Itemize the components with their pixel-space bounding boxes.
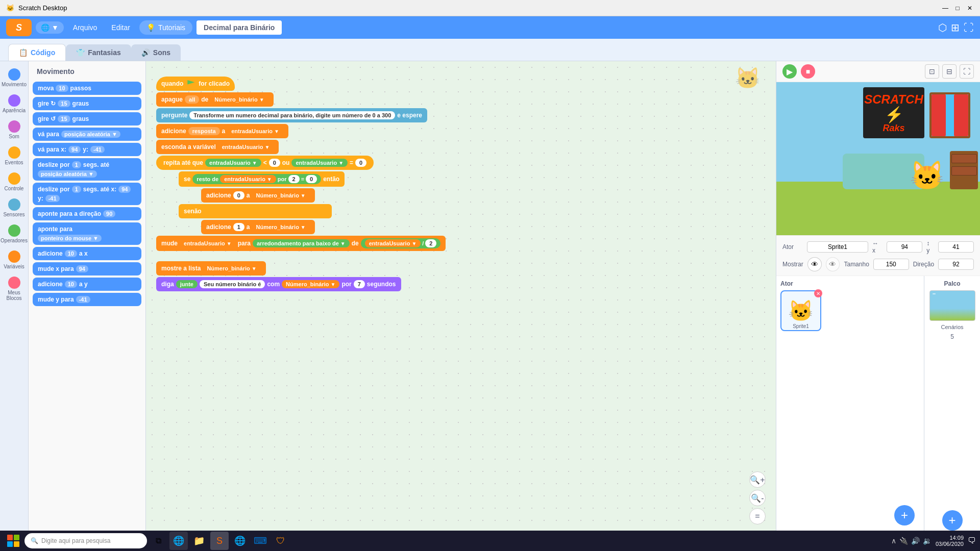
- vscode-icon: ⌨: [254, 535, 267, 546]
- block-adicione-0[interactable]: adicione 0 a Número_binário ▼: [177, 188, 446, 203]
- block-deslize-pos[interactable]: deslize por 1 segs. até posição aleatóri…: [33, 158, 141, 181]
- controle-dot: [8, 172, 20, 185]
- tab-codigo[interactable]: 📋 Código: [8, 44, 66, 61]
- block-adicione-y[interactable]: adicione 10 a y: [33, 278, 141, 291]
- start-button[interactable]: [4, 532, 22, 550]
- small-stage-button[interactable]: ⊡: [925, 64, 939, 79]
- lightning-icon: ⚡: [885, 106, 903, 123]
- zoom-in-button[interactable]: 🔍+: [749, 471, 766, 488]
- add-stage-button[interactable]: +: [942, 510, 963, 531]
- explorer-icon: 📁: [193, 535, 205, 546]
- block-deslize-xy[interactable]: deslize por 1 segs. até x: 94 y: -41: [33, 183, 141, 205]
- block-aponte-direcao[interactable]: aponte para a direção 90: [33, 207, 141, 220]
- block-senao[interactable]: senão: [166, 204, 446, 218]
- cenarios-label: Cenários: [941, 324, 963, 330]
- script-area[interactable]: quando for clicado apague all de Número_…: [146, 61, 776, 535]
- sprite-x-input[interactable]: [887, 241, 922, 253]
- sidebar-item-movimento[interactable]: Movimento: [2, 65, 27, 90]
- taskbar-right: ∧ 🔌 🔊 🔉 14:09 03/06/2020 🗨: [891, 535, 976, 547]
- block-repita[interactable]: repita até que entradaUsuario ▼ < 0 ou e…: [156, 156, 446, 170]
- sidebar-item-sensores[interactable]: Sensores: [2, 195, 27, 220]
- sidebar-item-som[interactable]: Som: [2, 117, 27, 142]
- block-pergunte[interactable]: pergunte Transforme um numero decimal pa…: [156, 108, 446, 122]
- block-va-para-xy[interactable]: vá para x: 94 y: -41: [33, 143, 141, 156]
- block-aponte-para[interactable]: aponte para ponteiro do mouse ▼: [33, 222, 141, 245]
- zoom-out-button[interactable]: 🔍-: [749, 490, 766, 506]
- sprite-row-visibility: Mostrar 👁 👁 Tamanho Direção: [782, 257, 974, 271]
- hide-eye-button[interactable]: 👁: [826, 257, 840, 271]
- blocks-palette: Movimento mova 10 passos gire ↻ 15 graus…: [29, 61, 146, 535]
- tab-fantasias[interactable]: 👕 Fantasias: [66, 44, 131, 61]
- taskbar-sublime[interactable]: S: [210, 532, 229, 550]
- add-sprite-button[interactable]: +: [894, 505, 915, 525]
- volume-icon[interactable]: 🔊: [911, 537, 920, 545]
- block-gire-ccw[interactable]: gire ↺ 15 graus: [33, 112, 141, 126]
- minimize-button[interactable]: —: [941, 4, 949, 12]
- taskbar-chrome[interactable]: 🌐: [231, 532, 249, 550]
- share-icon[interactable]: ⬡: [938, 21, 947, 34]
- taskbar-search[interactable]: 🔍 Digite aqui para pesquisa: [24, 533, 147, 548]
- fullscreen-stage-button[interactable]: ⛶: [960, 64, 974, 79]
- block-apague[interactable]: apague all de Número_binário ▼: [156, 92, 446, 107]
- block-mude-entrada[interactable]: mude entradaUsuario ▼ para arredondament…: [156, 236, 446, 251]
- sidebar-item-aparencia[interactable]: Aparência: [2, 91, 27, 116]
- sprite-size-input[interactable]: [873, 259, 909, 270]
- sprite-thumb-sprite1[interactable]: ✕ 🐱 Sprite1: [780, 290, 821, 331]
- maximize-button[interactable]: □: [953, 4, 962, 12]
- taskbar-edge[interactable]: 🌐: [169, 532, 188, 550]
- arquivo-menu[interactable]: Arquivo: [68, 21, 102, 34]
- notification-icon[interactable]: 🗨: [968, 536, 976, 545]
- sidebar-item-controle[interactable]: Controle: [2, 169, 27, 194]
- chevron-up-icon[interactable]: ∧: [891, 537, 896, 545]
- sprite-delete-button[interactable]: ✕: [814, 289, 822, 297]
- sprite-direction-input[interactable]: [938, 259, 974, 270]
- editar-menu[interactable]: Editar: [106, 21, 135, 34]
- dresser-drawer-1: [951, 154, 977, 163]
- network-icon[interactable]: 🔌: [899, 537, 908, 545]
- taskbar-explorer[interactable]: 📁: [190, 532, 208, 550]
- sprite-controls: Ator ↔ x ↕ y Mostrar 👁 👁 Tamanho Direção: [776, 235, 980, 276]
- stop-button[interactable]: ■: [801, 64, 815, 79]
- block-mostre-lista[interactable]: mostre a lista Número_binário ▼: [156, 261, 446, 276]
- sprite-y-input[interactable]: [938, 241, 974, 253]
- block-mude-x[interactable]: mude x para 94: [33, 262, 141, 276]
- taskbar-vscode[interactable]: ⌨: [251, 532, 270, 550]
- close-button[interactable]: ✕: [966, 4, 974, 12]
- zoom-reset-button[interactable]: =: [749, 508, 766, 524]
- sidebar-item-operadores[interactable]: Operadores: [2, 221, 27, 246]
- show-eye-button[interactable]: 👁: [807, 257, 822, 271]
- tab-sons[interactable]: 🔊 Sons: [131, 44, 181, 61]
- globe-menu[interactable]: 🌐 ▼: [36, 21, 64, 34]
- sidebar-item-meus-blocos[interactable]: Meus Blocos: [2, 273, 27, 304]
- rocks-text: Raks: [883, 123, 904, 133]
- sidebar-item-eventos[interactable]: Eventos: [2, 143, 27, 168]
- speaker-icon[interactable]: 🔉: [923, 537, 932, 545]
- title-bar-left: 🐱 Scratch Desktop: [6, 4, 67, 12]
- green-flag-button[interactable]: ▶: [782, 64, 797, 79]
- block-adicione-x[interactable]: adicione 10 a x: [33, 247, 141, 260]
- large-stage-button[interactable]: ⊟: [942, 64, 957, 79]
- block-gire-cw[interactable]: gire ↻ 15 graus: [33, 97, 141, 110]
- project-title[interactable]: Decimal para Binário: [197, 20, 282, 35]
- sidebar-item-variaveis[interactable]: Variáveis: [2, 247, 27, 272]
- block-diga[interactable]: diga junte Seu número binário é com Núme…: [156, 277, 446, 291]
- layout-icon[interactable]: ⊞: [951, 21, 960, 34]
- block-se[interactable]: se resto de entradaUsuario ▼ por 2 = 0 e…: [166, 171, 446, 187]
- taskbar-extra[interactable]: 🛡: [272, 532, 290, 550]
- sensores-dot: [8, 198, 20, 211]
- block-mova[interactable]: mova 10 passos: [33, 82, 141, 95]
- stage-thumbnail[interactable]: [929, 290, 975, 321]
- block-when-flag[interactable]: quando for clicado: [156, 77, 446, 91]
- extra-icon: 🛡: [276, 536, 285, 546]
- fullscreen-icon[interactable]: ⛶: [964, 22, 974, 34]
- taskbar-task-view[interactable]: ⧉: [149, 532, 167, 550]
- block-mude-y[interactable]: mude y para -41: [33, 293, 141, 306]
- sprite-name-input[interactable]: [807, 241, 868, 253]
- tutorials-button[interactable]: 💡 Tutoriais: [139, 20, 192, 35]
- stage-floor: [776, 182, 980, 235]
- block-adicione-resposta[interactable]: adicione resposta a entradaUsuario ▼: [156, 124, 446, 138]
- block-va-para[interactable]: vá para posição aleatória ▼: [33, 128, 141, 141]
- block-esconda[interactable]: esconda a variável entradaUsuario ▼: [156, 140, 446, 154]
- search-icon: 🔍: [31, 537, 38, 544]
- block-adicione-1[interactable]: adicione 1 a Número_binário ▼: [177, 220, 446, 234]
